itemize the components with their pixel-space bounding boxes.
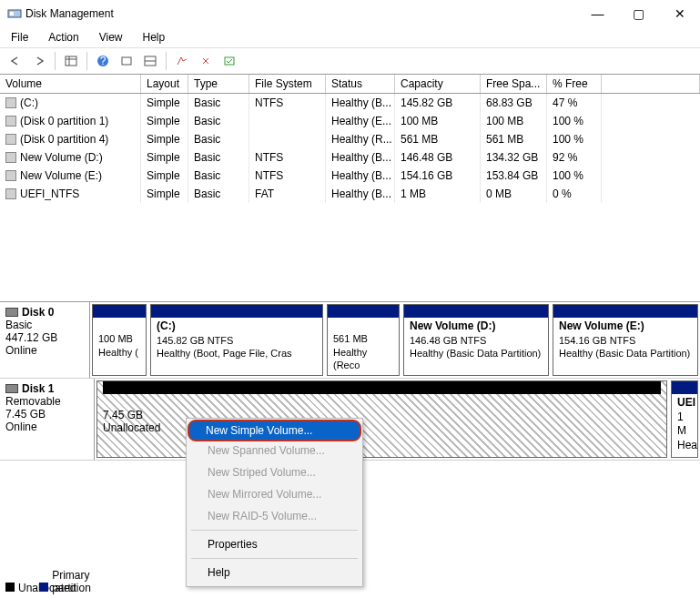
view-list-button[interactable] <box>61 52 81 70</box>
window-title: Disk Management <box>22 7 577 20</box>
action2-button[interactable] <box>196 52 216 70</box>
volume-icon <box>5 152 16 163</box>
table-row[interactable]: UEFI_NTFSSimpleBasicFATHealthy (B...1 MB… <box>0 185 700 203</box>
context-menu-item: New Mirrored Volume... <box>189 483 360 505</box>
svg-text:?: ? <box>100 55 107 67</box>
disk-1-uefi-partition[interactable]: UEI 1 M Hea <box>671 380 698 457</box>
table-row[interactable]: (Disk 0 partition 4)SimpleBasicHealthy (… <box>0 130 700 148</box>
settings-button[interactable] <box>140 52 160 70</box>
disk-icon <box>5 308 18 317</box>
partition[interactable]: New Volume (D:)146.48 GB NTFSHealthy (Ba… <box>403 304 549 376</box>
disk-1-label[interactable]: Disk 1 Removable 7.45 GB Online <box>0 379 95 459</box>
table-row[interactable]: New Volume (D:)SimpleBasicNTFSHealthy (B… <box>0 148 700 167</box>
disk-1-unallocated[interactable]: 7.45 GB Unallocated <box>96 380 667 457</box>
toolbar: ? <box>0 48 700 75</box>
column-freespace[interactable]: Free Spa... <box>481 75 547 93</box>
legend: Unallocated Primary partition <box>5 569 65 593</box>
volume-icon <box>5 116 16 127</box>
column-volume[interactable]: Volume <box>0 75 141 93</box>
volume-icon <box>5 170 16 181</box>
help-button[interactable]: ? <box>93 52 113 70</box>
minimize-button[interactable]: — <box>577 0 618 27</box>
volume-icon <box>5 188 16 199</box>
context-menu-item[interactable]: Help <box>189 562 360 583</box>
volume-list: (C:)SimpleBasicNTFSHealthy (B...145.82 G… <box>0 94 700 301</box>
disk-icon <box>5 384 18 393</box>
svg-rect-10 <box>225 57 234 65</box>
context-menu: New Simple Volume...New Spanned Volume..… <box>186 418 363 587</box>
partition[interactable]: 561 MBHealthy (Reco <box>327 304 400 376</box>
refresh-button[interactable] <box>117 52 137 70</box>
context-menu-item[interactable]: New Simple Volume... <box>188 420 361 441</box>
maximize-button[interactable]: ▢ <box>618 0 659 27</box>
disk-management-icon <box>7 6 22 21</box>
back-button[interactable] <box>5 52 25 70</box>
svg-rect-7 <box>122 57 131 65</box>
svg-rect-2 <box>66 56 76 66</box>
titlebar: Disk Management — ▢ ✕ <box>0 0 700 27</box>
menubar: File Action View Help <box>0 27 700 48</box>
partition[interactable]: 100 MBHealthy ( <box>92 304 147 376</box>
column-filesystem[interactable]: File System <box>249 75 326 93</box>
disk-0-label[interactable]: Disk 0 Basic 447.12 GB Online <box>0 302 90 378</box>
table-row[interactable]: (Disk 0 partition 1)SimpleBasicHealthy (… <box>0 112 700 130</box>
forward-button[interactable] <box>29 52 49 70</box>
context-menu-item: New Striped Volume... <box>189 461 360 483</box>
menu-view[interactable]: View <box>96 29 127 46</box>
column-status[interactable]: Status <box>326 75 395 93</box>
svg-rect-1 <box>10 12 14 15</box>
column-type[interactable]: Type <box>188 75 249 93</box>
partition[interactable]: New Volume (E:)154.16 GB NTFSHealthy (Ba… <box>553 304 698 376</box>
menu-help[interactable]: Help <box>139 29 169 46</box>
disk-0-row: Disk 0 Basic 447.12 GB Online 100 MBHeal… <box>0 302 700 379</box>
column-pctfree[interactable]: % Free <box>547 75 602 93</box>
close-button[interactable]: ✕ <box>659 0 700 27</box>
action1-button[interactable] <box>172 52 192 70</box>
context-menu-item: New RAID-5 Volume... <box>189 505 360 527</box>
menu-file[interactable]: File <box>7 29 32 46</box>
volume-icon <box>5 134 16 145</box>
partition[interactable]: (C:)145.82 GB NTFSHealthy (Boot, Page Fi… <box>150 304 323 376</box>
column-capacity[interactable]: Capacity <box>395 75 481 93</box>
table-row[interactable]: New Volume (E:)SimpleBasicNTFSHealthy (B… <box>0 167 700 185</box>
volume-icon <box>5 97 16 108</box>
column-layout[interactable]: Layout <box>141 75 188 93</box>
menu-action[interactable]: Action <box>45 29 82 46</box>
action3-button[interactable] <box>219 52 239 70</box>
table-row[interactable]: (C:)SimpleBasicNTFSHealthy (B...145.82 G… <box>0 94 700 112</box>
context-menu-item: New Spanned Volume... <box>189 440 360 461</box>
context-menu-item[interactable]: Properties <box>189 533 360 555</box>
volume-list-header: Volume Layout Type File System Status Ca… <box>0 75 700 94</box>
